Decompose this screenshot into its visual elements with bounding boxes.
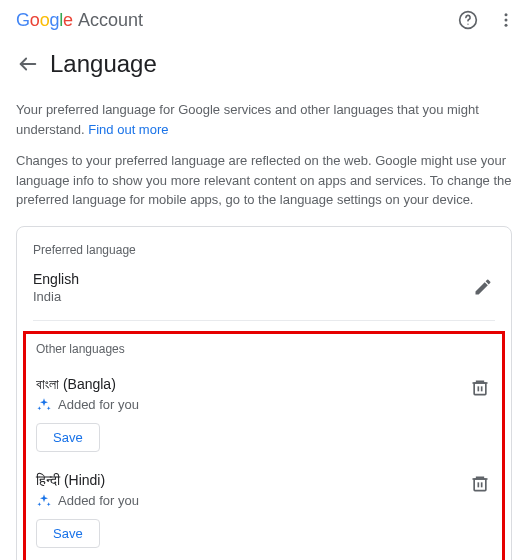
other-language-item: हिन्दी (Hindi) Added for you Save [36,466,492,561]
other-language-name: हिन्दी (Hindi) [36,472,139,489]
google-logo: Google [16,10,73,31]
other-language-item: বাংলা (Bangla) Added for you Save [36,370,492,466]
preferred-language-region: India [33,289,79,304]
account-label: Account [78,10,143,31]
svg-rect-9 [474,479,486,491]
preferred-language-name: English [33,271,79,287]
edit-icon[interactable] [471,275,495,299]
other-languages-highlight: Other languages বাংলা (Bangla) Added for… [23,331,505,561]
save-button[interactable]: Save [36,423,100,452]
svg-point-2 [505,13,508,16]
preferred-language-label: Preferred language [33,243,495,257]
google-account-logo: Google Account [16,10,143,31]
added-for-you-label: Added for you [58,493,139,508]
delete-icon[interactable] [468,472,492,496]
save-button[interactable]: Save [36,519,100,548]
sparkle-icon [36,493,52,509]
other-language-name: বাংলা (Bangla) [36,376,139,393]
svg-point-3 [505,19,508,22]
svg-point-1 [467,24,468,25]
help-icon[interactable] [456,8,480,32]
svg-point-4 [505,24,508,27]
description-1: Your preferred language for Google servi… [16,100,512,139]
delete-icon[interactable] [468,376,492,400]
description-2: Changes to your preferred language are r… [16,151,512,210]
more-icon[interactable] [494,8,518,32]
other-languages-label: Other languages [36,342,492,356]
svg-rect-6 [474,383,486,395]
page-title: Language [50,50,157,78]
back-arrow-icon[interactable] [16,52,40,76]
language-card: Preferred language English India Other l… [16,226,512,561]
sparkle-icon [36,397,52,413]
added-for-you-label: Added for you [58,397,139,412]
find-out-more-link[interactable]: Find out more [88,122,168,137]
divider [33,320,495,321]
